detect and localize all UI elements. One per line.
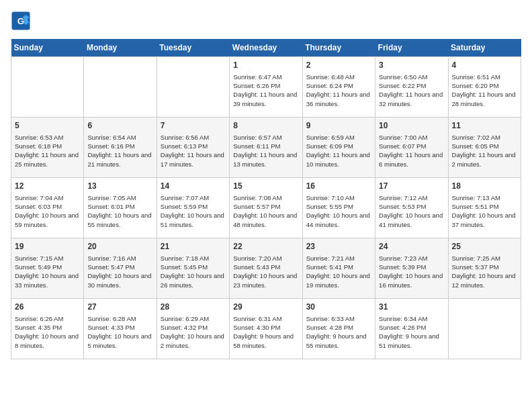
calendar-cell [11, 57, 84, 118]
calendar-cell: 27Sunrise: 6:28 AM Sunset: 4:33 PM Dayli… [84, 299, 157, 359]
day-number: 19 [15, 241, 80, 253]
calendar-cell: 5Sunrise: 6:53 AM Sunset: 6:18 PM Daylig… [11, 118, 84, 178]
calendar-cell: 19Sunrise: 7:15 AM Sunset: 5:49 PM Dayli… [11, 238, 84, 299]
day-info: Sunrise: 7:07 AM Sunset: 5:59 PM Dayligh… [161, 193, 226, 229]
calendar-cell: 17Sunrise: 7:12 AM Sunset: 5:53 PM Dayli… [375, 178, 448, 238]
day-number: 13 [87, 181, 152, 192]
calendar-cell: 3Sunrise: 6:50 AM Sunset: 6:22 PM Daylig… [375, 57, 448, 118]
day-info: Sunrise: 6:56 AM Sunset: 6:13 PM Dayligh… [161, 133, 226, 169]
calendar-cell: 7Sunrise: 6:56 AM Sunset: 6:13 PM Daylig… [157, 118, 229, 178]
day-number: 8 [233, 120, 298, 132]
calendar-cell: 16Sunrise: 7:10 AM Sunset: 5:55 PM Dayli… [302, 178, 375, 238]
day-number: 27 [87, 302, 152, 313]
day-number: 23 [306, 241, 371, 253]
day-number: 26 [15, 302, 80, 313]
day-info: Sunrise: 7:25 AM Sunset: 5:37 PM Dayligh… [452, 254, 517, 289]
calendar-cell: 24Sunrise: 7:23 AM Sunset: 5:39 PM Dayli… [375, 238, 448, 299]
calendar-cell: 12Sunrise: 7:04 AM Sunset: 6:03 PM Dayli… [11, 178, 84, 238]
day-info: Sunrise: 6:34 AM Sunset: 4:26 PM Dayligh… [379, 314, 444, 350]
day-number: 16 [306, 181, 371, 192]
calendar-week-row: 12Sunrise: 7:04 AM Sunset: 6:03 PM Dayli… [11, 178, 521, 238]
calendar-cell: 21Sunrise: 7:18 AM Sunset: 5:45 PM Dayli… [157, 238, 229, 299]
day-info: Sunrise: 6:26 AM Sunset: 4:35 PM Dayligh… [15, 314, 80, 350]
day-number: 14 [161, 181, 226, 192]
day-number: 21 [161, 241, 226, 253]
calendar-cell: 14Sunrise: 7:07 AM Sunset: 5:59 PM Dayli… [157, 178, 229, 238]
day-info: Sunrise: 7:04 AM Sunset: 6:03 PM Dayligh… [15, 193, 80, 229]
day-number: 10 [379, 120, 444, 132]
day-of-week-header: Saturday [448, 39, 521, 57]
day-of-week-header: Tuesday [157, 39, 229, 57]
calendar-cell: 28Sunrise: 6:29 AM Sunset: 4:32 PM Dayli… [157, 299, 229, 359]
day-info: Sunrise: 6:48 AM Sunset: 6:24 PM Dayligh… [306, 73, 371, 108]
calendar-week-row: 19Sunrise: 7:15 AM Sunset: 5:49 PM Dayli… [11, 238, 521, 299]
calendar-cell [84, 57, 157, 118]
calendar-cell: 13Sunrise: 7:05 AM Sunset: 6:01 PM Dayli… [84, 178, 157, 238]
logo-icon: G [11, 11, 31, 31]
calendar-cell: 8Sunrise: 6:57 AM Sunset: 6:11 PM Daylig… [230, 118, 302, 178]
calendar-week-row: 5Sunrise: 6:53 AM Sunset: 6:18 PM Daylig… [11, 118, 521, 178]
day-info: Sunrise: 6:29 AM Sunset: 4:32 PM Dayligh… [161, 314, 226, 350]
calendar-cell [448, 299, 521, 359]
day-of-week-header: Wednesday [230, 39, 302, 57]
day-info: Sunrise: 6:33 AM Sunset: 4:28 PM Dayligh… [306, 314, 371, 350]
day-info: Sunrise: 7:16 AM Sunset: 5:47 PM Dayligh… [87, 254, 152, 289]
day-number: 9 [306, 120, 371, 132]
day-info: Sunrise: 6:31 AM Sunset: 4:30 PM Dayligh… [233, 314, 298, 350]
calendar-cell: 23Sunrise: 7:21 AM Sunset: 5:41 PM Dayli… [302, 238, 375, 299]
calendar-table: SundayMondayTuesdayWednesdayThursdayFrid… [11, 39, 521, 359]
day-info: Sunrise: 6:28 AM Sunset: 4:33 PM Dayligh… [87, 314, 152, 350]
day-number: 7 [161, 120, 226, 132]
day-number: 1 [233, 60, 298, 71]
day-info: Sunrise: 6:57 AM Sunset: 6:11 PM Dayligh… [233, 133, 298, 169]
day-info: Sunrise: 7:05 AM Sunset: 6:01 PM Dayligh… [87, 193, 152, 229]
day-number: 5 [15, 120, 80, 132]
calendar-cell: 9Sunrise: 6:59 AM Sunset: 6:09 PM Daylig… [302, 118, 375, 178]
day-info: Sunrise: 7:13 AM Sunset: 5:51 PM Dayligh… [452, 193, 517, 229]
day-info: Sunrise: 7:23 AM Sunset: 5:39 PM Dayligh… [379, 254, 444, 289]
day-number: 2 [306, 60, 371, 71]
day-info: Sunrise: 6:54 AM Sunset: 6:16 PM Dayligh… [87, 133, 152, 169]
day-info: Sunrise: 6:53 AM Sunset: 6:18 PM Dayligh… [15, 133, 80, 169]
day-number: 31 [379, 302, 444, 313]
calendar-cell: 26Sunrise: 6:26 AM Sunset: 4:35 PM Dayli… [11, 299, 84, 359]
calendar-week-row: 1Sunrise: 6:47 AM Sunset: 6:26 PM Daylig… [11, 57, 521, 118]
day-of-week-header: Thursday [302, 39, 375, 57]
day-info: Sunrise: 6:47 AM Sunset: 6:26 PM Dayligh… [233, 73, 298, 108]
calendar-cell: 10Sunrise: 7:00 AM Sunset: 6:07 PM Dayli… [375, 118, 448, 178]
page-header: G [11, 11, 521, 31]
day-info: Sunrise: 7:08 AM Sunset: 5:57 PM Dayligh… [233, 193, 298, 229]
calendar-body: 1Sunrise: 6:47 AM Sunset: 6:26 PM Daylig… [11, 57, 521, 359]
day-info: Sunrise: 7:18 AM Sunset: 5:45 PM Dayligh… [161, 254, 226, 289]
day-number: 15 [233, 181, 298, 192]
day-info: Sunrise: 7:02 AM Sunset: 6:05 PM Dayligh… [452, 133, 517, 169]
calendar-cell: 29Sunrise: 6:31 AM Sunset: 4:30 PM Dayli… [230, 299, 302, 359]
calendar-cell: 30Sunrise: 6:33 AM Sunset: 4:28 PM Dayli… [302, 299, 375, 359]
day-number: 3 [379, 60, 444, 71]
day-number: 17 [379, 181, 444, 192]
calendar-cell: 31Sunrise: 6:34 AM Sunset: 4:26 PM Dayli… [375, 299, 448, 359]
day-info: Sunrise: 6:51 AM Sunset: 6:20 PM Dayligh… [452, 73, 517, 108]
day-number: 24 [379, 241, 444, 253]
day-info: Sunrise: 7:10 AM Sunset: 5:55 PM Dayligh… [306, 193, 371, 229]
calendar-cell: 1Sunrise: 6:47 AM Sunset: 6:26 PM Daylig… [230, 57, 302, 118]
day-number: 6 [87, 120, 152, 132]
day-number: 30 [306, 302, 371, 313]
calendar-week-row: 26Sunrise: 6:26 AM Sunset: 4:35 PM Dayli… [11, 299, 521, 359]
day-info: Sunrise: 6:50 AM Sunset: 6:22 PM Dayligh… [379, 73, 444, 108]
day-info: Sunrise: 7:15 AM Sunset: 5:49 PM Dayligh… [15, 254, 80, 289]
calendar-cell: 20Sunrise: 7:16 AM Sunset: 5:47 PM Dayli… [84, 238, 157, 299]
day-of-week-header: Monday [84, 39, 157, 57]
day-info: Sunrise: 7:00 AM Sunset: 6:07 PM Dayligh… [379, 133, 444, 169]
day-number: 29 [233, 302, 298, 313]
calendar-cell: 22Sunrise: 7:20 AM Sunset: 5:43 PM Dayli… [230, 238, 302, 299]
day-number: 28 [161, 302, 226, 313]
calendar-cell: 2Sunrise: 6:48 AM Sunset: 6:24 PM Daylig… [302, 57, 375, 118]
days-of-week-row: SundayMondayTuesdayWednesdayThursdayFrid… [11, 39, 521, 57]
day-number: 25 [452, 241, 517, 253]
day-number: 4 [452, 60, 517, 71]
calendar-cell: 11Sunrise: 7:02 AM Sunset: 6:05 PM Dayli… [448, 118, 521, 178]
day-number: 12 [15, 181, 80, 192]
day-number: 22 [233, 241, 298, 253]
day-number: 20 [87, 241, 152, 253]
